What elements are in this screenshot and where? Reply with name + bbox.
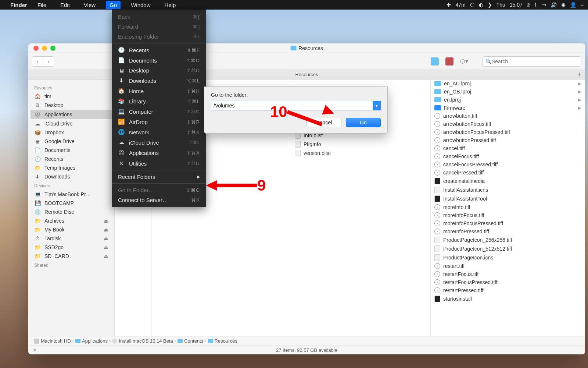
dropbox-toolbar-icon[interactable]: ⬡▾ — [460, 58, 468, 65]
extra-icon-2[interactable] — [445, 57, 453, 66]
app-name[interactable]: Finder — [10, 2, 27, 8]
zoom-button[interactable] — [50, 46, 55, 51]
go-button[interactable]: Go — [346, 118, 381, 127]
volume-icon[interactable]: 🔊 — [551, 2, 557, 8]
file-item[interactable]: ›moreInfoPressed.tiff — [431, 227, 585, 236]
file-item[interactable]: en_GB.lproj▶ — [431, 88, 585, 96]
battery-icon[interactable]: ▭ — [541, 2, 546, 8]
status-icon[interactable]: ◐ — [479, 2, 483, 8]
siri-icon[interactable]: ◉ — [561, 2, 566, 8]
menu-go[interactable]: Go — [106, 1, 121, 9]
sidebar-device-my-book[interactable]: 📁My Book⏏ — [28, 225, 114, 234]
menu-downloads[interactable]: ⬇Downloads⌥⌘L — [112, 75, 206, 86]
path-segment[interactable]: Resources — [208, 338, 237, 344]
file-item[interactable]: ›restartPressed.tiff — [431, 286, 585, 294]
file-item[interactable]: ProductPageIcon_512x512.tiff — [431, 244, 585, 253]
file-item[interactable]: ›moreInfoFocus.tiff — [431, 211, 585, 219]
file-item[interactable]: InstallAssistant.icns — [431, 185, 585, 194]
menu-window[interactable]: Window — [127, 1, 154, 9]
forward-button[interactable]: › — [43, 56, 54, 67]
menu-library[interactable]: 📚Library⇧⌘L — [112, 96, 206, 106]
sidebar-item-dropbox[interactable]: 📦Dropbox — [28, 128, 114, 137]
sidebar-item-recents[interactable]: 🕒Recents — [28, 155, 114, 163]
path-bar[interactable]: Macintosh HD›Applications›Install macOS … — [28, 336, 585, 346]
close-path-bar[interactable]: ✕ — [33, 347, 37, 353]
combo-dropdown-button[interactable]: ▼ — [373, 101, 381, 110]
new-tab-button[interactable]: + — [577, 71, 581, 78]
menu-airdrop[interactable]: 📶AirDrop⇧⌘R — [112, 117, 206, 127]
file-item[interactable]: PkgInfo — [291, 140, 430, 149]
user-icon[interactable]: 👤 — [570, 2, 576, 8]
file-item[interactable]: startosinstall — [431, 294, 585, 303]
sidebar-device-tim-s-macbook-pr-[interactable]: 💻Tim's MacBook Pr… — [28, 190, 114, 199]
path-segment[interactable]: Contents — [178, 338, 203, 344]
file-item[interactable]: ›cancel.tiff — [431, 144, 585, 152]
menu-edit[interactable]: Edit — [57, 1, 74, 9]
file-item[interactable]: InstallAssistantTool — [431, 194, 585, 203]
file-item[interactable]: ›arrowbuttonPressed.tiff — [431, 136, 585, 144]
menu-view[interactable]: View — [80, 1, 99, 9]
search-field[interactable]: 🔍 — [482, 56, 581, 67]
file-item[interactable]: ›arrowbuttonFocusPressed.tiff — [431, 128, 585, 136]
menu-go-to-folder[interactable]: Go to Folder… ⇧⌘G — [112, 185, 206, 195]
sidebar-item-icloud-drive[interactable]: ☁iCloud Drive — [28, 119, 114, 128]
path-segment[interactable]: Macintosh HD — [34, 338, 71, 344]
menu-icloud-drive[interactable]: ☁iCloud Drive⇧⌘I — [112, 137, 206, 148]
eject-icon[interactable]: ⏏ — [104, 236, 108, 241]
sidebar-item-applications[interactable]: ⒶApplications — [31, 110, 112, 119]
tab-resources[interactable]: Resources — [295, 72, 318, 77]
menu-utilities[interactable]: ✕Utilities⇧⌘U — [112, 158, 206, 169]
sidebar-device-archives[interactable]: 📁Archives⏏ — [28, 216, 114, 225]
sidebar-item-google-drive[interactable]: ◉Google Drive — [28, 137, 114, 146]
eject-icon[interactable]: ⏏ — [104, 218, 108, 224]
sidebar-item-downloads[interactable]: ⬇Downloads — [28, 172, 114, 181]
sidebar-device-sd-card[interactable]: 📁SD_CARD⏏ — [28, 252, 114, 261]
minimize-button[interactable] — [42, 46, 47, 51]
clock-day[interactable]: Thu — [496, 2, 505, 8]
file-item[interactable]: en.lproj▶ — [431, 96, 585, 104]
menu-help[interactable]: Help — [161, 1, 180, 9]
menu-recents[interactable]: 🕒Recents⇧⌘F — [112, 45, 206, 55]
menu-recent-folders[interactable]: Recent Folders ▶ — [112, 172, 206, 182]
display-icon[interactable]: ⎚ — [527, 2, 530, 8]
chevron-icon[interactable]: ❯ — [488, 2, 492, 8]
search-input[interactable] — [492, 59, 578, 64]
file-item[interactable]: createinstallmedia — [431, 177, 585, 185]
sidebar-device-ssd2go[interactable]: 📁SSD2go⏏ — [28, 243, 114, 252]
sidebar-item-temp-images[interactable]: 📁Temp Images — [28, 163, 114, 172]
menu-home[interactable]: 🏠Home⇧⌘H — [112, 86, 206, 96]
menu-connect-to-server[interactable]: Connect to Server… ⌘K — [112, 195, 206, 205]
back-button[interactable]: ‹ — [32, 56, 43, 67]
sidebar-device-remote-disc[interactable]: 💿Remote Disc — [28, 208, 114, 216]
file-item[interactable]: ›restartFocusPressed.tiff — [431, 278, 585, 286]
eject-icon[interactable]: ⏏ — [104, 244, 108, 250]
path-segment[interactable]: Applications — [75, 338, 108, 344]
path-segment[interactable]: Install macOS 10.14 Beta — [112, 338, 173, 344]
file-item[interactable]: ›arrowbuttonFocus.tiff — [431, 120, 585, 128]
menu-file[interactable]: File — [34, 1, 50, 9]
close-button[interactable] — [33, 46, 39, 51]
sidebar-device-tardisk[interactable]: ⏱Tardisk⏏ — [28, 234, 114, 243]
file-item[interactable]: ProductPageIcon.icns — [431, 253, 585, 262]
extra-icon-1[interactable] — [431, 57, 439, 66]
file-item[interactable]: Firmware▶ — [431, 104, 585, 112]
menu-applications[interactable]: ⒶApplications⇧⌘A — [112, 148, 206, 158]
file-item[interactable]: ›moreInfoFocusPressed.tiff — [431, 219, 585, 227]
sidebar-item-documents[interactable]: 📄Documents — [28, 146, 114, 155]
file-item[interactable]: ProductPageIcon_256x256.tiff — [431, 236, 585, 244]
list-icon[interactable]: ≡ — [581, 2, 584, 8]
sidebar-device-bootcamp[interactable]: 💾BOOTCAMP — [28, 199, 114, 208]
eject-icon[interactable]: ⏏ — [104, 227, 108, 233]
menu-network[interactable]: 🌐Network⇧⌘K — [112, 127, 206, 137]
wifi-icon[interactable]: ⌇ — [534, 2, 537, 8]
file-item[interactable]: en_AU.lproj▶ — [431, 79, 585, 88]
file-item[interactable]: ›moreInfo.tiff — [431, 203, 585, 211]
file-item[interactable]: ›cancelPressed.tiff — [431, 169, 585, 177]
file-item[interactable]: version.plist — [291, 149, 430, 158]
sidebar-item-tim[interactable]: 🏠tim — [28, 92, 114, 101]
dropbox-icon[interactable]: ⬡ — [470, 2, 474, 8]
menu-computer[interactable]: 💻Computer⇧⌘C — [112, 106, 206, 117]
plus-icon[interactable]: ✚ — [447, 2, 451, 8]
clock-time[interactable]: 15:07 — [510, 2, 523, 8]
battery-text[interactable]: 47m — [455, 2, 465, 8]
